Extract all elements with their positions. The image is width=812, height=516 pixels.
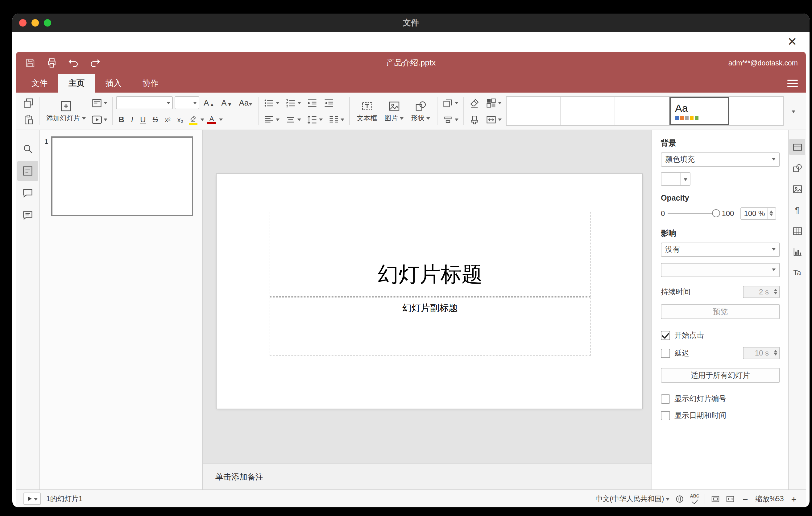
theme-gallery-expand-button[interactable] — [786, 108, 801, 114]
delay-spinbox[interactable]: 10 s — [743, 347, 780, 359]
paste-button[interactable] — [21, 113, 36, 125]
increase-indent-button[interactable] — [321, 96, 336, 109]
language-selector[interactable]: 中文(中华人民共和国) — [596, 494, 669, 503]
slide[interactable]: 幻灯片标题 幻灯片副标题 — [216, 174, 642, 409]
effect-option-select[interactable] — [661, 263, 780, 277]
increase-font-button[interactable]: A▲ — [201, 97, 217, 108]
add-slide-button[interactable]: 添加幻灯片 — [42, 98, 89, 124]
slide-canvas[interactable]: 幻灯片标题 幻灯片副标题 — [203, 130, 651, 463]
slide-settings-button[interactable] — [789, 139, 805, 155]
decrease-font-button[interactable]: A▼ — [219, 97, 234, 108]
slides-panel-button[interactable] — [17, 161, 38, 181]
title-placeholder[interactable]: 幻灯片标题 — [270, 212, 590, 297]
fit-width-button[interactable] — [726, 494, 735, 503]
show-date-time-checkbox[interactable] — [661, 411, 670, 420]
slider-knob[interactable] — [712, 209, 720, 217]
delay-checkbox[interactable] — [661, 348, 670, 358]
tab-home[interactable]: 主页 — [58, 74, 95, 93]
fill-color-select[interactable] — [661, 172, 691, 186]
fullscreen-traffic-light[interactable] — [44, 19, 51, 27]
align-shape-button[interactable] — [440, 113, 460, 125]
insert-shape-button[interactable]: 形状 — [407, 98, 434, 124]
zoom-in-button[interactable]: + — [789, 493, 799, 504]
subscript-button[interactable]: x₂ — [175, 115, 186, 124]
preview-button[interactable]: 预览 — [661, 304, 780, 319]
menu-icon[interactable] — [787, 80, 798, 89]
arrange-shape-button[interactable] — [440, 96, 460, 109]
print-icon[interactable] — [46, 57, 57, 68]
underline-button[interactable]: U — [138, 114, 148, 125]
insert-image-button[interactable]: 图片 — [381, 98, 407, 124]
start-slideshow-button[interactable] — [89, 113, 109, 125]
font-size-combo[interactable] — [175, 96, 199, 109]
change-case-button[interactable]: Aa — [236, 97, 255, 108]
decrease-indent-button[interactable] — [305, 96, 320, 109]
document-language-button[interactable] — [675, 494, 685, 503]
subtitle-placeholder[interactable]: 幻灯片副标题 — [270, 297, 590, 356]
bullets-button[interactable] — [262, 96, 281, 109]
numbering-button[interactable] — [283, 96, 303, 109]
textart-settings-button[interactable]: Ta — [789, 265, 805, 281]
shape-settings-button[interactable] — [789, 160, 805, 176]
background-fill-select[interactable]: 颜色填充 — [661, 152, 780, 167]
slide-thumbnail[interactable] — [51, 136, 193, 216]
apply-to-all-slides-button[interactable]: 适用于所有幻灯片 — [661, 368, 780, 383]
spinner-arrows-icon[interactable] — [771, 347, 779, 359]
theme-option[interactable] — [506, 97, 561, 125]
tab-file[interactable]: 文件 — [21, 74, 58, 93]
chevron-down-icon[interactable] — [219, 118, 223, 123]
undo-icon[interactable] — [68, 57, 79, 68]
start-slideshow-status-button[interactable] — [24, 492, 41, 505]
spinner-arrows-icon[interactable] — [771, 286, 779, 297]
spellcheck-button[interactable]: ABC — [690, 494, 699, 503]
paragraph-settings-button[interactable]: ¶ — [789, 202, 805, 218]
chevron-down-icon[interactable] — [201, 118, 204, 123]
chart-settings-button[interactable] — [789, 244, 805, 260]
effect-select[interactable]: 没有 — [661, 242, 780, 257]
minimize-traffic-light[interactable] — [31, 19, 39, 27]
duration-spinbox[interactable]: 2 s — [743, 286, 780, 298]
zoom-out-button[interactable]: − — [741, 493, 750, 504]
table-settings-button[interactable] — [789, 223, 805, 239]
spinner-arrows-icon[interactable] — [767, 208, 775, 219]
fit-slide-button[interactable] — [711, 494, 720, 503]
slide-size-button[interactable] — [484, 113, 503, 125]
search-button[interactable] — [17, 139, 38, 159]
opacity-spinbox[interactable]: 100 % — [740, 207, 776, 220]
image-settings-button[interactable] — [789, 181, 805, 197]
superscript-button[interactable]: x² — [162, 115, 173, 124]
image-icon — [388, 100, 400, 112]
theme-option[interactable] — [561, 97, 615, 125]
font-color-button[interactable]: A — [206, 114, 217, 124]
italic-button[interactable]: I — [129, 114, 136, 125]
highlight-color-button[interactable] — [187, 114, 199, 125]
slide-layout-button[interactable] — [89, 96, 109, 109]
clear-style-button[interactable] — [467, 96, 482, 109]
theme-option[interactable] — [729, 97, 783, 125]
copy-style-button[interactable] — [467, 113, 482, 125]
save-icon[interactable] — [25, 57, 36, 68]
insert-textbox-button[interactable]: 文本框 — [353, 98, 381, 124]
line-spacing-button[interactable] — [305, 113, 324, 125]
theme-option-selected[interactable]: Aa — [669, 97, 729, 125]
theme-option[interactable] — [615, 97, 669, 125]
chat-button[interactable] — [17, 205, 38, 225]
font-name-combo[interactable] — [116, 96, 173, 109]
tab-collaboration[interactable]: 协作 — [132, 74, 169, 93]
columns-button[interactable] — [326, 113, 346, 125]
show-slide-number-checkbox[interactable] — [661, 394, 670, 404]
horizontal-align-button[interactable] — [262, 113, 281, 125]
notes-area[interactable]: 单击添加备注 — [203, 463, 651, 489]
tab-insert[interactable]: 插入 — [95, 74, 132, 93]
bold-button[interactable]: B — [116, 114, 127, 125]
copy-button[interactable] — [21, 96, 36, 109]
redo-icon[interactable] — [89, 57, 100, 68]
vertical-align-button[interactable] — [283, 113, 303, 125]
strikethrough-button[interactable]: S — [150, 114, 161, 125]
color-scheme-button[interactable] — [484, 96, 503, 109]
comments-button[interactable] — [17, 183, 38, 203]
opacity-slider[interactable] — [667, 209, 719, 218]
start-on-click-checkbox[interactable] — [661, 331, 670, 340]
close-button[interactable]: ✕ — [785, 34, 800, 49]
close-traffic-light[interactable] — [19, 19, 27, 27]
